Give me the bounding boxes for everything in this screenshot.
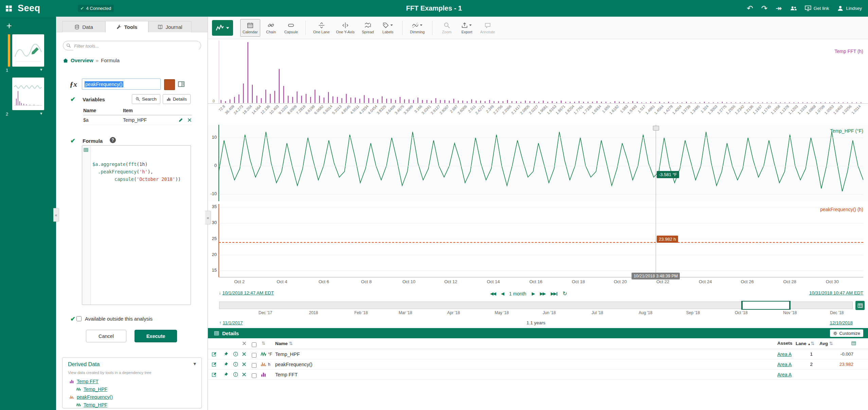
pin-icon[interactable]	[223, 362, 228, 367]
worksheet-thumbnail-2[interactable]	[12, 78, 44, 110]
undo-icon[interactable]: ↶	[747, 5, 753, 12]
select-all-checkbox[interactable]	[252, 342, 256, 347]
step-back-icon[interactable]: ◀	[501, 291, 504, 296]
home-icon[interactable]	[63, 58, 68, 63]
pin-icon[interactable]	[223, 372, 228, 377]
get-link-button[interactable]: Get link	[805, 5, 829, 12]
investigate-start[interactable]: ↑ 11/1/2017	[219, 320, 243, 325]
edit-icon[interactable]	[212, 352, 217, 357]
cursor-handle[interactable]	[653, 126, 659, 131]
refresh-icon[interactable]: ↻	[563, 290, 567, 297]
tab-journal[interactable]: Journal	[148, 21, 192, 32]
add-worksheet-button[interactable]: +	[3, 20, 15, 32]
formula-name-input[interactable]: peakFrequency()	[82, 79, 161, 90]
edit-icon[interactable]	[212, 372, 217, 377]
forward-icon[interactable]: ↠	[776, 5, 782, 12]
remove-icon[interactable]	[242, 352, 247, 357]
toolbar-zoom-button: Zoom	[438, 19, 456, 37]
asset-link[interactable]: Area A	[777, 372, 792, 377]
derived-item-link[interactable]: Temp_HPF	[84, 387, 107, 392]
remove-all-icon[interactable]	[242, 341, 247, 346]
edit-variable-icon[interactable]	[178, 118, 183, 122]
select-checkbox[interactable]	[252, 353, 256, 358]
users-icon[interactable]	[790, 5, 797, 12]
toolbar-calendar-button[interactable]: Calendar	[240, 19, 260, 37]
toolbar-export-button[interactable]: Export	[458, 19, 476, 37]
timeline-month-label: 2018	[309, 310, 318, 315]
investigate-end[interactable]: 12/10/2018	[830, 320, 853, 325]
tab-tools[interactable]: Tools	[105, 21, 148, 32]
signal-icon	[261, 351, 266, 357]
duration-label[interactable]: 1 month	[509, 291, 527, 296]
info-icon[interactable]	[233, 372, 238, 377]
select-checkbox[interactable]	[252, 363, 256, 368]
step-forward-fast-icon[interactable]: ▶▶	[540, 291, 545, 296]
display-mode-button[interactable]	[212, 20, 233, 36]
toolbar-capsule-button[interactable]: Capsule	[282, 19, 300, 37]
redo-icon[interactable]: ↷	[761, 5, 767, 12]
info-icon[interactable]	[233, 352, 238, 357]
remove-icon[interactable]	[242, 372, 247, 377]
asset-link[interactable]: Area A	[777, 362, 792, 367]
worksheet-thumbnail-1[interactable]	[12, 34, 44, 67]
wrench-icon	[117, 24, 122, 30]
asset-link[interactable]: Area A	[777, 352, 792, 357]
derived-item-link[interactable]: Temp FFT	[77, 379, 99, 384]
derived-item-link[interactable]: Temp_HPF	[84, 402, 107, 408]
range-end[interactable]: 10/31/2018 10:47 AM EDT	[809, 290, 863, 295]
insert-table-icon[interactable]	[84, 148, 88, 152]
step-back-fast-icon[interactable]: ◀◀	[490, 291, 496, 296]
apps-grid-icon[interactable]	[5, 5, 12, 12]
connected-badge[interactable]: ✔4 Connected	[78, 5, 114, 12]
cancel-button[interactable]: Cancel	[86, 330, 126, 342]
add-column-icon[interactable]	[851, 341, 856, 346]
user-menu[interactable]: Lindsey	[837, 5, 862, 12]
remove-icon[interactable]	[242, 362, 247, 367]
timeline-calendar-icon[interactable]	[855, 301, 865, 310]
range-start[interactable]: ↓ 10/1/2018 12:47 AM EDT	[219, 290, 274, 295]
lane-value: 2	[794, 362, 813, 367]
pin-icon[interactable]	[223, 352, 228, 357]
column-lane[interactable]: Lane ▲⇅	[796, 341, 815, 346]
chevron-down-icon[interactable]: ▾	[40, 111, 42, 116]
sort-icon[interactable]: ⇅	[262, 341, 265, 346]
details-row[interactable]: Temp FFTArea A	[208, 370, 868, 380]
step-forward-icon[interactable]: ▶	[532, 291, 534, 296]
step-to-end-icon[interactable]: ▶▶	[551, 291, 557, 296]
derived-item-link[interactable]: peakFrequency()	[77, 394, 113, 400]
derived-data-title: Derived Data	[68, 361, 100, 368]
details-row[interactable]: °FTemp_HPFArea A1-0.007	[208, 349, 868, 359]
breadcrumb-overview-link[interactable]: Overview	[71, 57, 93, 63]
customize-button[interactable]: Customize	[830, 329, 863, 337]
collapse-worksheets-handle[interactable]: «	[53, 208, 59, 222]
toolbar-labels-button[interactable]: Labels	[379, 19, 397, 37]
timeline-selection[interactable]	[741, 301, 791, 310]
variable-search-button[interactable]: Search	[132, 94, 160, 104]
remove-variable-icon[interactable]	[187, 118, 192, 122]
timeline-month-label: Apr '18	[447, 310, 460, 315]
execute-button[interactable]: Execute	[135, 330, 177, 342]
formula-code-editor[interactable]: $a.aggregate(fft(1h) .peakFrequency('h')…	[82, 145, 191, 305]
toolbar-spread-button[interactable]: Spread	[359, 19, 377, 37]
tab-data[interactable]: Data	[62, 21, 105, 32]
toolbar-dimming-button[interactable]: Dimming	[408, 19, 427, 37]
variable-details-button[interactable]: Details	[163, 94, 191, 104]
available-outside-checkbox[interactable]	[76, 316, 82, 321]
color-swatch-button[interactable]	[164, 79, 175, 90]
filter-tools-input[interactable]	[73, 41, 199, 50]
help-icon[interactable]: ?	[110, 137, 116, 143]
chevron-down-icon[interactable]: ▾	[193, 361, 196, 367]
edit-icon[interactable]	[212, 362, 217, 367]
editor-layout-icon[interactable]	[178, 81, 185, 88]
info-icon[interactable]	[233, 362, 238, 367]
toolbar-chain-button[interactable]: Chain	[262, 19, 280, 37]
toolbar-one-lane-button[interactable]: One Lane	[311, 19, 332, 37]
column-name[interactable]: Name ⇅	[275, 341, 293, 346]
select-checkbox[interactable]	[252, 373, 256, 378]
toolbar-one-y-axis-button[interactable]: One Y-Axis	[334, 19, 357, 37]
column-assets[interactable]: Assets	[777, 341, 792, 346]
chevron-down-icon[interactable]: ▾	[40, 67, 42, 72]
details-row[interactable]: hpeakFrequency()Area A223.982	[208, 359, 868, 370]
collapse-tools-handle[interactable]: «	[205, 211, 211, 224]
column-avg[interactable]: Avg ⇅	[819, 341, 833, 346]
